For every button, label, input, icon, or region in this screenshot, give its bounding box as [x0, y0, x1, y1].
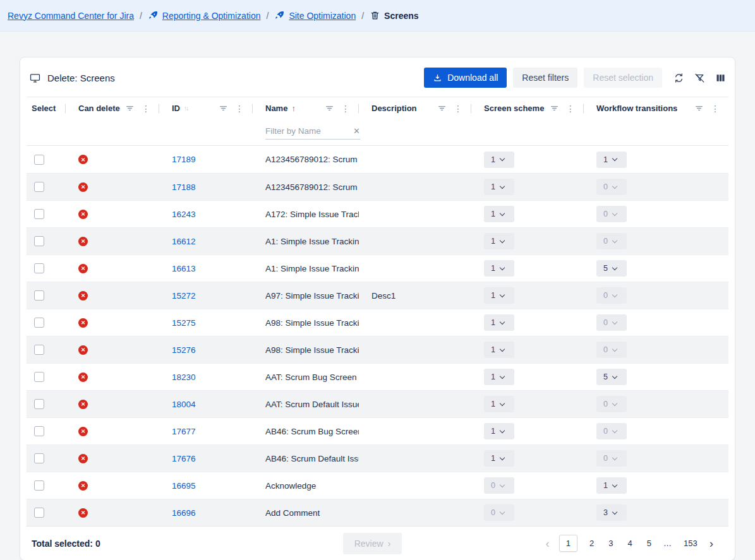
row-id-link[interactable]: 16612: [172, 237, 196, 246]
column-menu-icon[interactable]: ⋮: [711, 104, 720, 114]
row-id-link[interactable]: 15272: [172, 291, 196, 301]
screen-scheme-select[interactable]: 1: [484, 342, 514, 358]
workflow-transitions-select[interactable]: 3: [596, 504, 627, 521]
screen-scheme-select[interactable]: 1: [484, 260, 514, 277]
table-row: ✕15272A97: Simple Issue Tracking (Desc11…: [27, 282, 728, 309]
row-id-link[interactable]: 18230: [172, 372, 196, 382]
clear-filter-icon[interactable]: ✕: [353, 126, 360, 136]
screen-scheme-select[interactable]: 1: [484, 396, 514, 412]
workflow-transitions-select[interactable]: 5: [596, 260, 627, 277]
breadcrumb-link-reporting[interactable]: Reporting & Optimization: [162, 11, 261, 21]
column-menu-icon[interactable]: ⋮: [235, 104, 244, 114]
filter-icon[interactable]: [126, 104, 134, 112]
screen-scheme-select[interactable]: 1: [484, 179, 514, 195]
workflow-transitions-select[interactable]: 0: [596, 450, 627, 467]
workflow-transitions-select[interactable]: 0: [596, 179, 627, 195]
breadcrumb-link-site-optimization[interactable]: Site Optimization: [289, 11, 356, 21]
name-filter-input[interactable]: [265, 126, 342, 136]
breadcrumb-link-home[interactable]: Revyz Command Center for Jira: [8, 11, 134, 21]
filter-icon[interactable]: [550, 104, 559, 112]
column-header-screen-scheme[interactable]: Screen scheme ⋮: [471, 97, 584, 119]
row-id-link[interactable]: 17188: [172, 182, 196, 192]
column-menu-icon[interactable]: ⋮: [454, 104, 462, 114]
row-select-checkbox[interactable]: [34, 399, 44, 409]
column-header-name[interactable]: Name ↑ ⋮: [253, 97, 359, 119]
screen-scheme-select[interactable]: 1: [484, 287, 514, 304]
workflow-transitions-select[interactable]: 0: [596, 423, 627, 439]
download-all-button[interactable]: Download all: [424, 68, 507, 88]
row-id-link[interactable]: 15276: [172, 345, 196, 355]
row-select-checkbox[interactable]: [34, 182, 44, 192]
row-select-checkbox[interactable]: [34, 480, 44, 491]
column-header-can-delete[interactable]: Can delete ⋮: [66, 97, 159, 119]
row-id-link[interactable]: 15275: [172, 318, 196, 328]
row-select-checkbox[interactable]: [34, 290, 44, 301]
column-header-workflow-transitions[interactable]: Workflow transitions ⋮: [584, 97, 728, 119]
pagination-page[interactable]: 3: [606, 535, 615, 551]
screen-scheme-select[interactable]: 1: [484, 314, 514, 331]
workflow-transitions-select[interactable]: 0: [596, 314, 627, 331]
workflow-transitions-select[interactable]: 5: [596, 369, 627, 385]
row-id-link[interactable]: 17676: [172, 454, 196, 463]
pagination-page[interactable]: 153: [681, 535, 700, 551]
row-select-checkbox[interactable]: [34, 426, 44, 436]
row-id-link[interactable]: 16696: [172, 508, 196, 518]
row-select-checkbox[interactable]: [34, 209, 44, 219]
screen-scheme-select[interactable]: 1: [484, 423, 514, 439]
row-select-checkbox[interactable]: [34, 345, 44, 355]
screen-scheme-select[interactable]: 0: [484, 477, 514, 494]
row-select-checkbox[interactable]: [34, 372, 44, 382]
pagination-page[interactable]: 1: [559, 535, 577, 552]
row-select-checkbox[interactable]: [34, 155, 44, 165]
row-select-checkbox[interactable]: [34, 263, 44, 273]
row-id-link[interactable]: 16613: [172, 264, 196, 273]
row-id-link[interactable]: 17677: [172, 427, 196, 436]
table-row: ✕16612A1: Simple Issue Tracking C10: [27, 227, 728, 254]
workflow-transitions-select[interactable]: 1: [596, 477, 627, 494]
columns-icon[interactable]: [715, 73, 726, 83]
screen-scheme-select[interactable]: 1: [484, 152, 514, 168]
workflow-transitions-select[interactable]: 1: [596, 152, 627, 168]
pagination-page[interactable]: 4: [625, 535, 635, 551]
screen-scheme-select[interactable]: 0: [484, 504, 514, 521]
sort-asc-icon[interactable]: ↑: [291, 104, 296, 113]
row-select-checkbox[interactable]: [34, 318, 44, 328]
row-id-link[interactable]: 18004: [172, 400, 196, 409]
sort-icon[interactable]: ↑↓: [184, 105, 188, 112]
column-header-description[interactable]: Description ⋮: [359, 97, 471, 119]
workflow-transitions-select[interactable]: 0: [596, 396, 627, 412]
row-select-checkbox[interactable]: [34, 508, 44, 518]
table-row: ✕17676AB46: Scrum Default Issue S10: [27, 444, 728, 472]
workflow-transitions-select[interactable]: 0: [596, 287, 627, 304]
review-button[interactable]: Review ›: [343, 533, 402, 554]
pagination-prev-icon[interactable]: ‹: [545, 537, 549, 549]
pagination-next-icon[interactable]: ›: [710, 537, 713, 549]
row-id-link[interactable]: 16243: [172, 210, 196, 219]
row-select-checkbox[interactable]: [34, 236, 44, 246]
filter-icon[interactable]: [438, 104, 446, 112]
column-menu-icon[interactable]: ⋮: [566, 104, 575, 114]
filter-icon[interactable]: [325, 104, 334, 112]
screen-scheme-select[interactable]: 1: [484, 369, 514, 385]
workflow-transitions-select[interactable]: 0: [596, 342, 627, 358]
pagination-page[interactable]: 5: [644, 535, 654, 551]
column-menu-icon[interactable]: ⋮: [341, 104, 350, 114]
column-header-id[interactable]: ID ↑↓ ⋮: [159, 97, 253, 119]
row-id-link[interactable]: 17189: [172, 155, 196, 164]
filter-icon[interactable]: [219, 104, 227, 112]
row-id-link[interactable]: 16695: [172, 481, 196, 491]
reset-filters-button[interactable]: Reset filters: [513, 68, 577, 88]
reset-selection-button[interactable]: Reset selection: [584, 68, 662, 88]
filter-icon[interactable]: [695, 104, 703, 112]
refresh-icon[interactable]: [673, 73, 684, 83]
workflow-transitions-select[interactable]: 0: [596, 233, 627, 249]
screen-scheme-select[interactable]: 1: [484, 233, 514, 249]
column-menu-icon[interactable]: ⋮: [142, 104, 150, 114]
screen-scheme-select[interactable]: 1: [484, 450, 514, 467]
row-select-checkbox[interactable]: [34, 453, 44, 463]
pagination-page[interactable]: 2: [587, 535, 596, 551]
table-row: ✕18004AAT: Scrum Default Issue Sc10: [27, 390, 728, 417]
filter-off-icon[interactable]: [694, 73, 705, 83]
screen-scheme-select[interactable]: 1: [484, 206, 514, 222]
workflow-transitions-select[interactable]: 0: [596, 206, 627, 222]
